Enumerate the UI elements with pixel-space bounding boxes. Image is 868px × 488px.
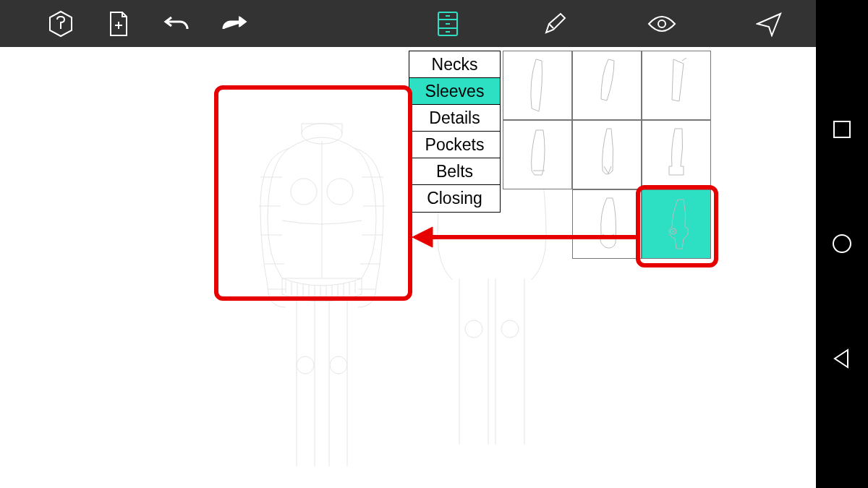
sleeve-option-1[interactable] [503,51,572,120]
svg-point-16 [291,179,317,205]
logo-icon[interactable] [43,7,78,41]
undo-icon[interactable] [159,7,194,41]
menu-label: Sleeves [425,82,485,101]
menu-item-necks[interactable]: Necks [409,51,500,78]
menu-label: Belts [436,162,473,181]
back-icon[interactable] [825,341,859,376]
sleeve-option-5[interactable] [572,120,642,189]
new-file-icon[interactable] [101,7,136,41]
menu-label: Pockets [425,135,485,155]
eye-icon[interactable] [644,7,679,41]
sleeve-option-8-selected[interactable] [642,189,711,259]
menu-item-pockets[interactable]: Pockets [409,132,500,158]
sleeve-option-2[interactable] [572,51,642,120]
home-icon[interactable] [825,226,859,261]
redo-icon[interactable] [217,7,252,41]
svg-point-32 [297,356,314,374]
sleeve-empty [503,189,572,259]
sleeve-option-7[interactable] [572,189,642,259]
menu-item-details[interactable]: Details [409,105,500,132]
svg-point-9 [658,20,665,27]
cabinet-icon[interactable] [430,7,465,41]
pencil-icon[interactable] [537,7,572,41]
menu-label: Necks [432,55,478,74]
menu-label: Details [429,108,480,128]
svg-point-33 [330,356,347,374]
svg-point-15 [302,124,342,144]
menu-item-closing[interactable]: Closing [409,185,500,212]
sleeve-option-3[interactable] [642,51,711,120]
menu-label: Closing [427,189,482,208]
svg-rect-10 [834,121,850,137]
send-icon[interactable] [752,7,786,41]
svg-marker-12 [835,350,848,367]
android-nav-bar [816,0,868,488]
sleeve-thumbnail-grid [503,51,711,259]
sleeve-option-6[interactable] [642,120,711,189]
toolbar-center [430,7,786,41]
category-menu: Necks Sleeves Details Pockets Belts Clos… [409,51,501,213]
svg-point-17 [327,179,353,205]
toolbar-left [0,7,252,41]
menu-item-sleeves[interactable]: Sleeves [409,78,500,105]
sleeve-option-4[interactable] [503,120,572,189]
menu-item-belts[interactable]: Belts [409,158,500,185]
svg-point-11 [833,235,851,252]
svg-point-13 [465,320,482,338]
svg-point-14 [501,320,519,338]
top-toolbar [0,0,816,47]
recent-apps-icon[interactable] [825,112,859,147]
